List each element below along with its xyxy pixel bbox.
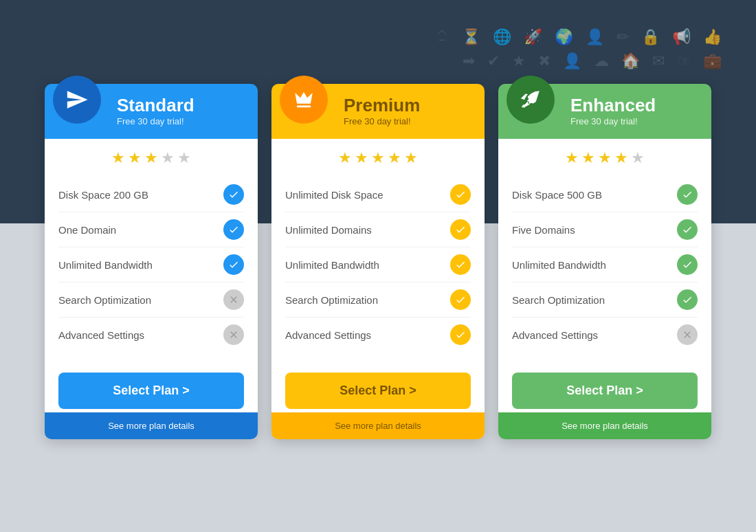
- star: ★: [355, 149, 368, 167]
- feature-row: Unlimited Bandwidth: [285, 247, 471, 282]
- icon-row-2: ➡ ✔ ★ ✖ 👤 ☁ 🏠 ✉ ☞ 💼: [463, 52, 722, 70]
- plan-name: Enhanced: [570, 96, 656, 114]
- star: ★: [371, 149, 385, 167]
- plan-header-text: Premium Free 30 day trial!: [344, 96, 420, 126]
- plan-trial: Free 30 day trial!: [117, 116, 194, 126]
- feature-row: Disk Space 500 GB: [512, 177, 698, 212]
- plan-header: Premium Free 30 day trial!: [271, 84, 485, 139]
- icon-lock: 🔒: [641, 28, 660, 46]
- plan-card-enhanced: Enhanced Free 30 day trial! ★★★★★ Disk S…: [498, 84, 711, 439]
- star: ★: [177, 149, 191, 167]
- header: ⏳ 🌐 🚀 🌍 👤 ✏ 🔒 📢 👍 ➡ ✔ ★ ✖ 👤 ☁ 🏠 ✉ ☞: [0, 0, 756, 84]
- feature-check-yes: [223, 254, 244, 275]
- plan-body: ★★★★★ Unlimited Disk Space Unlimited Dom…: [271, 139, 485, 362]
- star: ★: [144, 149, 158, 167]
- icon-globe: 🌐: [493, 28, 511, 46]
- feature-row: Unlimited Disk Space: [285, 177, 471, 212]
- icon-person: 👤: [586, 28, 604, 46]
- feature-label: Search Optimization: [285, 294, 378, 306]
- feature-check-yes: [677, 219, 698, 240]
- star: ★: [404, 149, 418, 167]
- feature-row: Unlimited Domains: [285, 212, 471, 247]
- feature-label: Unlimited Domains: [285, 224, 372, 236]
- feature-check-yes: [450, 289, 471, 310]
- icon-earth: 🌍: [555, 28, 573, 46]
- feature-label: Five Domains: [512, 224, 575, 236]
- feature-label: Search Optimization: [58, 294, 151, 306]
- icon-check: ✔: [487, 52, 500, 70]
- plan-header-text: Standard Free 30 day trial!: [117, 96, 194, 126]
- icon-signpost: [434, 27, 449, 47]
- feature-label: Unlimited Bandwidth: [58, 259, 153, 271]
- feature-row: Search Optimization: [285, 282, 471, 318]
- feature-check-yes: [450, 219, 471, 240]
- feature-label: Advanced Settings: [285, 329, 371, 341]
- plan-name: Standard: [117, 96, 194, 114]
- star: ★: [581, 149, 595, 167]
- plan-header: Standard Free 30 day trial!: [45, 84, 258, 139]
- plan-body: ★★★★★ Disk Space 500 GB Five Domains Unl…: [498, 139, 711, 362]
- feature-row: Advanced Settings: [285, 318, 471, 352]
- select-plan-button[interactable]: Select Plan >: [285, 373, 471, 409]
- paper-plane-icon: [53, 76, 101, 124]
- star: ★: [631, 149, 645, 167]
- plan-footer[interactable]: See more plan details: [498, 412, 711, 439]
- feature-check-yes: [677, 184, 698, 205]
- icon-arrow: ➡: [463, 52, 475, 70]
- feature-check-yes: [450, 254, 471, 275]
- feature-label: Advanced Settings: [58, 329, 144, 341]
- feature-row: Search Optimization: [58, 282, 244, 318]
- plan-trial: Free 30 day trial!: [344, 116, 420, 126]
- plan-footer[interactable]: See more plan details: [45, 412, 258, 439]
- star: ★: [338, 149, 352, 167]
- feature-row: One Domain: [58, 212, 244, 247]
- feature-check-yes: [450, 324, 471, 345]
- feature-label: Unlimited Bandwidth: [512, 259, 606, 271]
- rocket-icon: [507, 76, 555, 124]
- feature-check-no: [223, 289, 244, 310]
- feature-check-no: [677, 324, 698, 345]
- icon-x: ✖: [538, 52, 551, 70]
- plan-button-wrap: Select Plan >: [498, 362, 711, 412]
- icon-thumbsup: 👍: [703, 28, 722, 46]
- feature-row: Search Optimization: [512, 282, 698, 318]
- icon-hand: ☞: [677, 52, 691, 70]
- star: ★: [565, 149, 579, 167]
- icon-row-1: ⏳ 🌐 🚀 🌍 👤 ✏ 🔒 📢 👍: [434, 27, 722, 47]
- plan-stars: ★★★★★: [58, 149, 244, 167]
- feature-row: Disk Space 200 GB: [58, 177, 244, 212]
- feature-check-no: [223, 324, 244, 345]
- icon-cloud: ☁: [594, 52, 609, 70]
- feature-check-yes: [677, 289, 698, 310]
- icon-home: 🏠: [621, 52, 640, 70]
- feature-label: One Domain: [58, 224, 116, 236]
- feature-check-yes: [450, 184, 471, 205]
- icon-star: ★: [512, 52, 526, 70]
- feature-label: Disk Space 500 GB: [512, 189, 602, 201]
- plan-card-standard: Standard Free 30 day trial! ★★★★★ Disk S…: [45, 84, 258, 439]
- star: ★: [161, 149, 175, 167]
- icon-pencil: ✏: [616, 28, 629, 46]
- plan-stars: ★★★★★: [512, 149, 698, 167]
- feature-label: Advanced Settings: [512, 329, 598, 341]
- star: ★: [598, 149, 612, 167]
- plan-name: Premium: [344, 96, 420, 114]
- plan-stars: ★★★★★: [285, 149, 471, 167]
- feature-label: Unlimited Bandwidth: [285, 259, 379, 271]
- plan-button-wrap: Select Plan >: [271, 362, 485, 412]
- feature-check-yes: [223, 184, 244, 205]
- select-plan-button[interactable]: Select Plan >: [58, 373, 244, 409]
- plan-footer[interactable]: See more plan details: [271, 412, 485, 439]
- feature-row: Advanced Settings: [512, 318, 698, 352]
- plan-body: ★★★★★ Disk Space 200 GB One Domain Unlim…: [45, 139, 258, 362]
- icon-megaphone: 📢: [672, 28, 691, 46]
- star: ★: [128, 149, 142, 167]
- select-plan-button[interactable]: Select Plan >: [512, 373, 698, 409]
- feature-row: Unlimited Bandwidth: [512, 247, 698, 282]
- crown-icon: [280, 76, 328, 124]
- feature-row: Five Domains: [512, 212, 698, 247]
- icon-hourglass: ⏳: [462, 28, 480, 46]
- icon-user: 👤: [563, 52, 581, 70]
- icon-rocket: 🚀: [524, 28, 542, 46]
- feature-check-yes: [677, 254, 698, 275]
